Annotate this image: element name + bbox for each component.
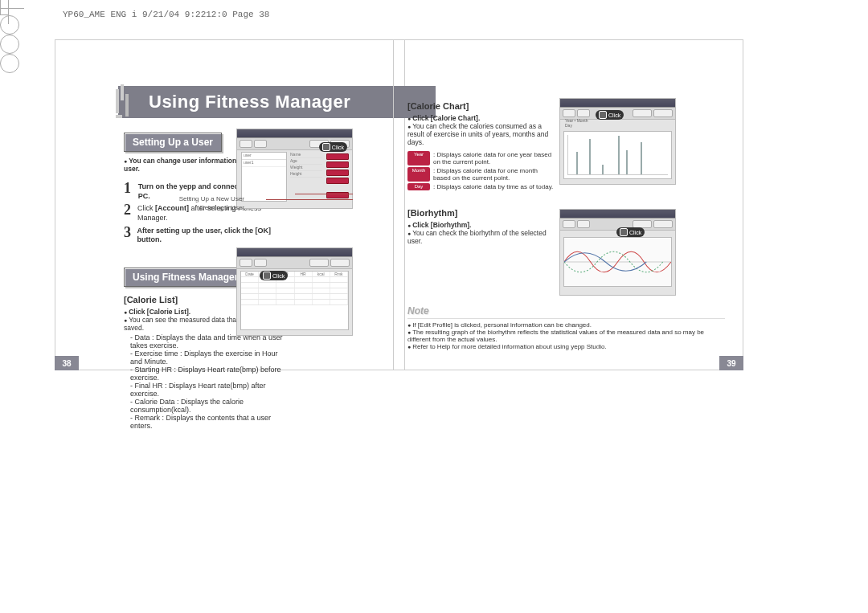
- crop-mark: [0, 35, 19, 54]
- callout-new-user: Setting Up a New User: [172, 195, 244, 202]
- page-number-left: 38: [55, 356, 79, 370]
- note-item: If [Edit Profile] is clicked, personal i…: [407, 321, 725, 329]
- cc-bullet-2: You can check the calories consumed as a…: [407, 122, 556, 146]
- note-item: The resulting graph of the biorhythm ref…: [407, 329, 725, 343]
- step-3: 3 After setting up the user, click the […: [124, 225, 285, 245]
- screenshot-calorie-chart: Year • MonthDay Click: [559, 98, 676, 185]
- page-title: Using Fitness Manager: [149, 92, 350, 112]
- callout-line: [295, 194, 353, 194]
- cc-row-month: Month : Displays calorie data for one mo…: [407, 167, 556, 182]
- biorhythm-curve-icon: [564, 238, 671, 286]
- biorhythm-heading: [Biorhythm]: [407, 208, 556, 218]
- click-callout: Click: [319, 142, 347, 152]
- cl-detail: Data : Displays the data and time when a…: [124, 333, 285, 349]
- note-item: Refer to Help for more detailed informat…: [407, 343, 725, 350]
- cl-detail: Calorie Data : Displays the calorie cons…: [124, 398, 285, 414]
- click-callout: Click: [260, 271, 288, 280]
- click-callout: Click: [596, 110, 624, 120]
- pdf-header: YP60_AME ENG i 9/21/04 9:2212:0 Page 38: [63, 10, 269, 19]
- cl-detail: Exercise time : Displays the exercise in…: [124, 349, 285, 366]
- page-number-right: 39: [719, 356, 743, 370]
- cc-bullet-1: Click [Calorie Chart].: [407, 114, 556, 122]
- bio-bullet-1: Click [Biorhythm].: [407, 221, 556, 229]
- cl-detail: Remark : Displays the contents that a us…: [124, 414, 285, 430]
- screenshot-calorie-list: DateTimeHRHRkcalRmk Click: [236, 247, 353, 336]
- callout-line: [266, 199, 353, 200]
- screenshot-account-dialog: user user1 Name Age Weight Height Click: [236, 129, 353, 209]
- page-right: [Calorie Chart] Click [Calorie Chart]. Y…: [393, 39, 743, 370]
- click-callout: Click: [616, 227, 645, 237]
- bio-bullet-2: You can check the biorhythm of the selec…: [407, 229, 556, 245]
- cl-detail: Final HR : Displays Heart rate(bmp) afte…: [124, 382, 285, 398]
- calorie-chart-heading: [Calorie Chart]: [407, 101, 556, 111]
- cc-row-day: Day : Displays calorie data by time as o…: [407, 183, 556, 190]
- screenshot-biorhythm: Click: [559, 209, 676, 296]
- cc-row-year: Year : Displays calorie data for one yea…: [407, 151, 556, 166]
- section-setting-up-user: Setting Up a User: [124, 133, 222, 152]
- title-ornament: [116, 84, 140, 120]
- page-left: Using Fitness Manager Setting Up a User …: [55, 39, 405, 370]
- crop-mark: [0, 54, 19, 73]
- cl-detail: Starting HR : Displays Heart rate(bmp) b…: [124, 366, 285, 382]
- crop-mark: [0, 15, 19, 35]
- note-heading: Note: [407, 305, 725, 317]
- section-using-fitness-manager: Using Fitness Manager: [124, 268, 247, 287]
- callout-delete-user: Deleting a User: [184, 204, 244, 211]
- page-title-strip: Using Fitness Manager: [118, 86, 436, 118]
